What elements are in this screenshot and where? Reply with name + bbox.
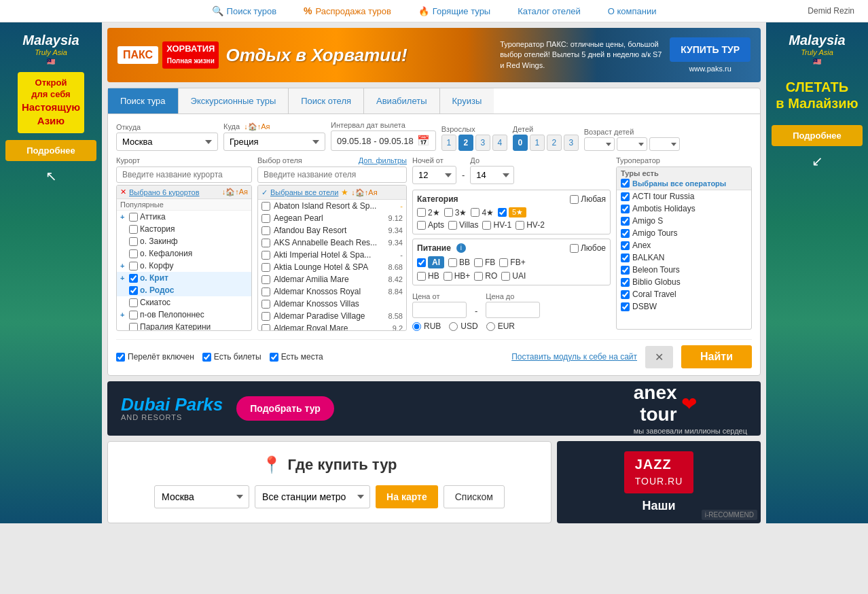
buy-list-btn[interactable]: Списком [444, 485, 505, 508]
hotel-item-afandou[interactable]: Afandou Bay Resort 9.34 [258, 224, 406, 237]
nav-sale[interactable]: % Распродажа туров [304, 5, 391, 16]
operator-item-balkan[interactable]: BALKAN [617, 251, 751, 264]
operator-item-beleon[interactable]: Beleon Tours [617, 264, 751, 276]
clear-button[interactable]: ✕ [645, 346, 673, 368]
hotel-input[interactable] [257, 167, 407, 183]
operator-item-anex[interactable]: Anex [617, 239, 751, 251]
buy-tour-box: 📍 Где купить тур Москва Все станции метр… [107, 441, 551, 523]
tab-tour[interactable]: Поиск тура [108, 88, 179, 113]
operator-item-biblio[interactable]: Biblio Globus [617, 276, 751, 288]
price-to-input[interactable] [486, 302, 540, 318]
nashi-label: Наши [642, 499, 675, 513]
children-btn-1[interactable]: 1 [530, 135, 545, 151]
tab-cruise[interactable]: Круизы [440, 88, 494, 113]
operator-item-amigo-s[interactable]: Amigo S [617, 215, 751, 227]
buy-city-select[interactable]: Москва [154, 485, 249, 508]
hotel-item-aldemar-amilia[interactable]: Aldemar Amilia Mare 8.42 [258, 273, 406, 285]
meals-any-check: Любое [570, 243, 606, 253]
buy-map-btn[interactable]: На карте [376, 485, 438, 508]
resort-item-skiatos[interactable]: Скиатос [117, 296, 251, 309]
child-age-1[interactable] [584, 137, 615, 151]
resort-item-krit[interactable]: + о. Крит [117, 272, 251, 284]
module-link[interactable]: Поставить модуль к себе на сайт [511, 352, 637, 362]
check-flight: Перелёт включен [116, 352, 194, 362]
left-promo-btn[interactable]: Подробнее [5, 140, 96, 161]
operator-item-amigo-tours[interactable]: Amigo Tours [617, 227, 751, 239]
nav-company[interactable]: О компании [608, 6, 657, 16]
nav-hotels[interactable]: Каталог отелей [518, 6, 581, 16]
to-group: Куда ↓🏠↑Ая Греция [223, 122, 325, 151]
add-filters-link[interactable]: Доп. фильтры [359, 156, 407, 164]
hotel-item-aldemar-royal-mare[interactable]: Aldemar Royal Mare 9.2 [258, 322, 406, 331]
adults-btn-2[interactable]: 2 [458, 135, 473, 151]
resort-item-peloponnes[interactable]: + п-ов Пелопоннес [117, 309, 251, 321]
resort-selected-count[interactable]: Выбрано 6 курортов [129, 188, 200, 196]
resort-item-kefalonia[interactable]: о. Кефалония [117, 247, 251, 260]
resort-item-paraliya[interactable]: Паралия Катерини [117, 321, 251, 331]
banner-buy-btn[interactable]: КУПИТЬ ТУР [670, 37, 751, 62]
hotel-item-aktia[interactable]: Aktia Lounge Hotel & SPA 8.68 [258, 261, 406, 273]
adults-btn-3[interactable]: 3 [475, 135, 490, 151]
date-value[interactable]: 09.05.18 - 09.05.18 [337, 136, 414, 146]
resort-item-korfu[interactable]: + о. Корфу [117, 260, 251, 272]
right-promo-btn[interactable]: Подробнее [772, 125, 863, 146]
resort-input[interactable] [116, 167, 252, 183]
child-age-2[interactable] [617, 137, 647, 151]
tab-hotel-search[interactable]: Поиск отеля [289, 88, 364, 113]
adults-btn-4[interactable]: 4 [492, 135, 507, 151]
children-age-group: Возраст детей [584, 128, 680, 151]
anex-tour-logo: anextour ❤ [634, 382, 747, 425]
pin-icon: 📍 [261, 455, 282, 474]
operator-item-dsbw[interactable]: DSBW [617, 300, 751, 313]
search-button[interactable]: Найти [681, 345, 752, 368]
hotel-item-akti[interactable]: Akti Imperial Hotel & Spa... - [258, 249, 406, 261]
child-age-3[interactable] [649, 137, 680, 151]
banner-url: www.paks.ru [689, 65, 731, 73]
user-label: Demid Rezin [808, 6, 854, 16]
hotel-label: Выбор отеля [257, 156, 302, 164]
hotel-item-aks[interactable]: AKS Annabelle Beach Res... 9.34 [258, 237, 406, 249]
hotel-item-aegean[interactable]: Aegean Pearl 9.12 [258, 212, 406, 224]
to-select[interactable]: Греция [223, 133, 325, 151]
nav-tour-search[interactable]: 🔍 Поиск туров [212, 5, 276, 16]
currency-rub: RUB [412, 321, 441, 331]
nights-from-select[interactable]: 12 [412, 166, 456, 184]
resort-item-kastoria[interactable]: Кастория [117, 223, 251, 235]
hotel-item-aldemar-knossos-royal[interactable]: Aldemar Knossos Royal 8.84 [258, 285, 406, 298]
hotel-item-aldemar-knossos-villas[interactable]: Aldemar Knossos Villas [258, 298, 406, 310]
operators-all-check[interactable] [621, 179, 630, 188]
meals-label: Питание [417, 243, 451, 253]
dubai-parks-label: Dubai Parks [121, 396, 223, 413]
children-btn-0[interactable]: 0 [513, 135, 528, 151]
malaysia-logo-left[interactable]: Malaysia Truly Asia 🇲🇾 [22, 33, 79, 65]
type-hv1: HV-1 [482, 220, 511, 230]
tab-excursion[interactable]: Экскурсионные туры [179, 88, 289, 113]
buy-metro-select[interactable]: Все станции метро [255, 485, 370, 508]
operator-item-acti[interactable]: ACTI tour Russia [617, 190, 751, 203]
banner-croatia: ХОРВАТИЯПолная жизни [162, 41, 219, 69]
dubai-pick-btn[interactable]: Подобрать тур [236, 396, 334, 421]
hotel-item-aldemar-paradise[interactable]: Aldemar Paradise Village 8.58 [258, 310, 406, 322]
category-any-check[interactable] [570, 195, 579, 204]
nights-to-label: До [470, 156, 514, 164]
remove-icon: ✕ [120, 188, 126, 196]
price-from-input[interactable] [412, 302, 467, 318]
children-btn-2[interactable]: 2 [547, 135, 562, 151]
from-select[interactable]: Москва [116, 133, 218, 151]
hotel-column: Выбор отеля Доп. фильтры ✓ Выбраны все о… [257, 156, 407, 334]
resort-item-attika[interactable]: + Аттика [117, 211, 251, 223]
nights-to-select[interactable]: 14 [470, 166, 514, 184]
operator-item-coral[interactable]: Coral Travel [617, 288, 751, 300]
hotel-item-abaton[interactable]: Abaton Island Resort & Sp... - [258, 200, 406, 212]
hotels-selected-label[interactable]: Выбраны все отели [270, 188, 338, 196]
resort-item-zakinf[interactable]: о. Закинф [117, 235, 251, 247]
adults-btn-1[interactable]: 1 [441, 135, 456, 151]
resort-item-rodos[interactable]: о. Родос [117, 284, 251, 296]
tab-avia[interactable]: Авиабилеты [364, 88, 439, 113]
children-btn-3[interactable]: 3 [564, 135, 579, 151]
operator-item-ambotis[interactable]: Ambotis Holidays [617, 203, 751, 215]
calendar-icon[interactable]: 📅 [417, 135, 430, 147]
malaysia-logo-right[interactable]: Malaysia Truly Asia 🇲🇾 [789, 33, 845, 65]
nav-hot[interactable]: 🔥 Горящие туры [418, 6, 490, 16]
operators-label: Туроператор [616, 156, 752, 164]
